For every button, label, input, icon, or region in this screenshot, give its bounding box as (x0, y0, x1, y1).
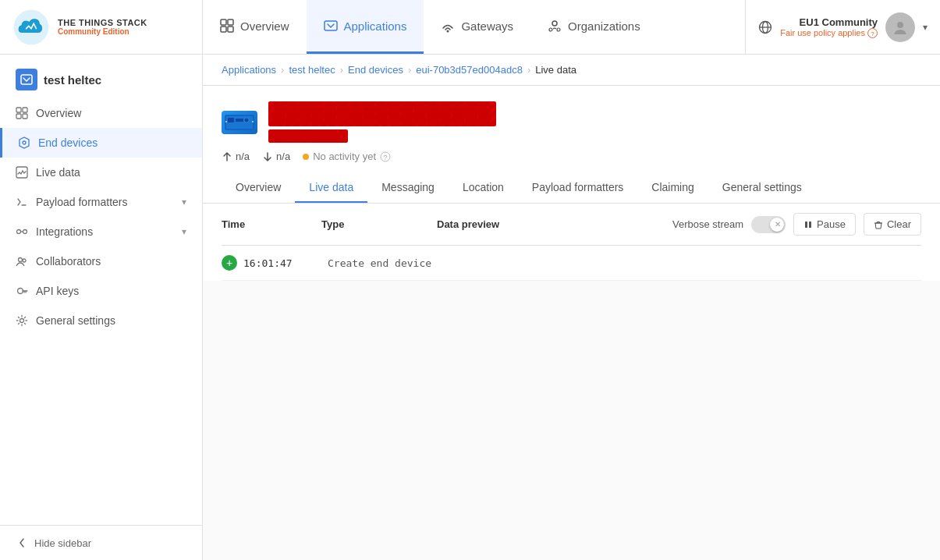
sub-tabs: Overview Live data Messaging Location Pa… (222, 173, 921, 203)
logo-area: THE THINGS STACK Community Edition (0, 0, 203, 54)
hide-sidebar-button[interactable]: Hide sidebar (0, 525, 202, 560)
breadcrumb-sep-3: › (408, 64, 411, 76)
svg-point-20 (23, 141, 26, 144)
sidebar-item-live-data[interactable]: Live data (0, 158, 202, 187)
svg-rect-19 (23, 114, 27, 119)
sidebar-apikeys-label: API keys (36, 285, 186, 297)
svg-point-25 (23, 259, 26, 262)
integrations-expand-icon[interactable]: ▾ (182, 226, 186, 237)
format-icon (16, 196, 28, 208)
pause-button[interactable]: Pause (793, 213, 856, 236)
key-icon (16, 285, 28, 297)
breadcrumb-applications[interactable]: Applications (222, 64, 276, 76)
activity-dot-icon (303, 154, 309, 160)
info-icon: ? (867, 28, 878, 38)
breadcrumb-current: Live data (535, 64, 576, 76)
user-menu-chevron-icon[interactable]: ▾ (923, 22, 928, 33)
device-name-redacted: █████████████████ (268, 101, 496, 126)
activity-help-icon: ? (380, 151, 391, 162)
sidebar-item-general-settings[interactable]: General settings (0, 306, 202, 335)
sidebar-overview-label: Overview (36, 107, 186, 119)
table-row: + 16:01:47 Create end device (222, 246, 921, 281)
app-sidebar-icon (16, 69, 37, 90)
region-info: EU1 Community Fair use policy applies ? (780, 16, 878, 38)
breadcrumb-sep-1: › (281, 64, 284, 76)
svg-point-14 (897, 22, 903, 28)
tab-overview[interactable]: Overview (222, 173, 295, 203)
payload-expand-icon[interactable]: ▾ (182, 197, 186, 207)
tab-live-data[interactable]: Live data (295, 173, 367, 203)
row-type: Create end device (328, 257, 921, 269)
svg-rect-5 (325, 21, 337, 30)
breadcrumb-sep-4: › (527, 64, 530, 76)
breadcrumb-eui[interactable]: eui-70b3d57ed004adc8 (416, 64, 523, 76)
tab-payload-formatters[interactable]: Payload formatters (518, 173, 638, 203)
device-name-block: █████████████████ ████████████ (268, 101, 496, 143)
nav-item-overview[interactable]: Overview (203, 0, 307, 54)
device-board-icon (222, 111, 257, 134)
svg-point-24 (19, 258, 23, 262)
device-title-row: █████████████████ ████████████ (222, 101, 921, 143)
sidebar-item-integrations[interactable]: Integrations ▾ (0, 217, 202, 246)
sidebar-app-name: test heltec (44, 73, 101, 87)
avatar[interactable] (885, 12, 915, 42)
breadcrumb: Applications › test heltec › End devices… (203, 55, 940, 86)
globe-icon (758, 20, 772, 34)
svg-rect-17 (23, 108, 27, 112)
row-expand-button[interactable]: + (222, 255, 237, 271)
clear-button[interactable]: Clear (864, 213, 921, 236)
tab-location[interactable]: Location (449, 173, 518, 203)
breadcrumb-sep-2: › (340, 64, 343, 76)
livedata-icon (16, 166, 28, 179)
table-header-bar: Time Type Data preview Verbose stream ✕ (222, 204, 921, 246)
svg-rect-37 (805, 222, 807, 228)
svg-rect-4 (228, 27, 233, 32)
breadcrumb-end-devices[interactable]: End devices (348, 64, 403, 76)
stat-up-value: n/a (236, 151, 250, 162)
down-arrow-icon (262, 151, 273, 162)
logo-text: THE THINGS STACK Community Edition (58, 18, 147, 36)
app-icon (324, 19, 338, 33)
sidebar-settings-label: General settings (36, 314, 186, 327)
gear-icon (16, 314, 28, 327)
row-time: 16:01:47 (243, 257, 321, 269)
svg-point-27 (20, 319, 24, 323)
svg-rect-2 (228, 19, 233, 25)
collab-icon (16, 255, 28, 268)
user-avatar-icon (892, 19, 909, 36)
breadcrumb-app-name[interactable]: test heltec (289, 64, 335, 76)
sidebar-item-overview[interactable]: Overview (0, 98, 202, 128)
tab-general-settings[interactable]: General settings (708, 173, 816, 203)
svg-point-8 (549, 28, 552, 31)
trash-icon (874, 220, 883, 229)
sidebar: test heltec Overview End devices (0, 55, 203, 560)
col-time-header: Time (222, 218, 315, 230)
svg-point-9 (557, 28, 560, 31)
svg-rect-32 (236, 119, 243, 122)
pause-icon (803, 220, 813, 229)
live-data-section: Time Type Data preview Verbose stream ✕ (203, 204, 940, 281)
sidebar-item-payload-formatters[interactable]: Payload formatters ▾ (0, 187, 202, 217)
svg-rect-34 (252, 121, 254, 122)
sidebar-item-api-keys[interactable]: API keys (0, 276, 202, 306)
sidebar-item-end-devices[interactable]: End devices (0, 128, 202, 158)
nav-item-gateways[interactable]: Gateways (424, 0, 530, 54)
stack-title: THE THINGS STACK (58, 18, 147, 27)
nav-item-applications[interactable]: Applications (307, 0, 424, 54)
nav-item-organizations[interactable]: Organizations (530, 0, 658, 54)
stack-subtitle: Community Edition (58, 27, 147, 36)
stat-activity: No activity yet ? (303, 151, 391, 162)
sidebar-payload-label: Payload formatters (36, 196, 174, 208)
tab-messaging[interactable]: Messaging (367, 173, 449, 203)
hide-sidebar-icon (16, 537, 28, 549)
sidebar-item-collaborators[interactable]: Collaborators (0, 246, 202, 276)
svg-rect-30 (228, 118, 234, 122)
svg-rect-16 (16, 108, 21, 112)
tab-claiming[interactable]: Claiming (637, 173, 708, 203)
clear-label: Clear (887, 218, 911, 230)
svg-rect-15 (21, 75, 32, 84)
top-nav: THE THINGS STACK Community Edition Overv… (0, 0, 940, 55)
verbose-stream-toggle[interactable]: ✕ (751, 216, 786, 233)
nav-overview-label: Overview (240, 19, 289, 33)
main-nav-items: Overview Applications Gateways (203, 0, 745, 54)
